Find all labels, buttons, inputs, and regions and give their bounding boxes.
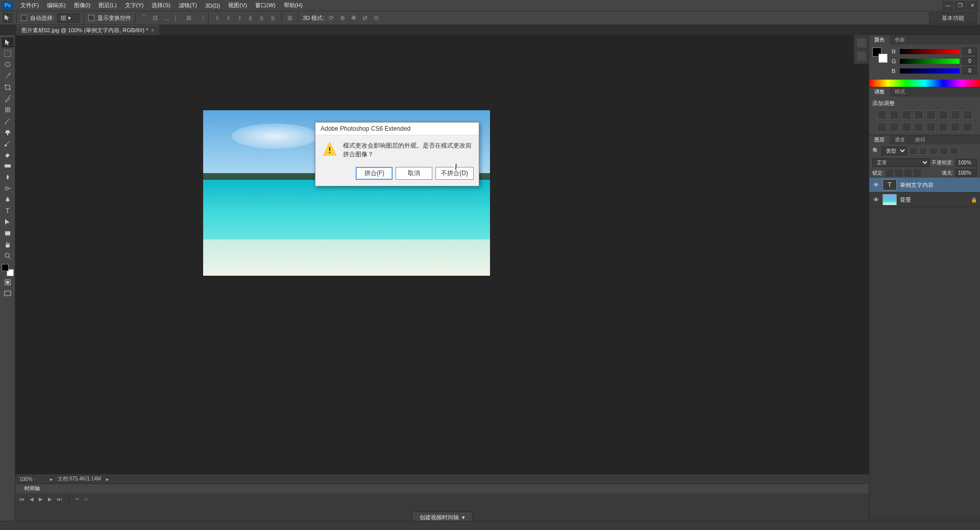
filter-type-icon[interactable] bbox=[929, 148, 938, 155]
3d-zoom-icon[interactable]: ⊙ bbox=[372, 14, 380, 22]
color-preview[interactable] bbox=[872, 47, 888, 63]
menu-type[interactable]: 文字(Y) bbox=[121, 0, 148, 11]
photo-filter-icon[interactable] bbox=[877, 123, 887, 132]
menu-select[interactable]: 选择(S) bbox=[148, 0, 175, 11]
color-swatches[interactable] bbox=[2, 264, 14, 276]
move-tool[interactable] bbox=[2, 37, 14, 47]
layer-item[interactable]: 👁 T 举例文字内容 bbox=[869, 178, 980, 192]
fill-value[interactable]: 100% bbox=[955, 169, 977, 177]
layer-filter-dropdown[interactable]: 类型 bbox=[881, 147, 907, 155]
brightness-contrast-icon[interactable] bbox=[877, 110, 887, 119]
menu-layer[interactable]: 图层(L) bbox=[94, 0, 120, 11]
timeline-transition-icon[interactable]: ▱ bbox=[84, 496, 88, 502]
g-slider[interactable] bbox=[900, 59, 960, 64]
filter-adjustment-icon[interactable] bbox=[919, 148, 927, 155]
opacity-value[interactable]: 100% bbox=[955, 159, 977, 166]
timeline-first-frame-icon[interactable]: ⏮ bbox=[19, 496, 24, 502]
tab-layers[interactable]: 图层 bbox=[869, 135, 890, 144]
exposure-icon[interactable] bbox=[914, 110, 923, 119]
3d-pan-icon[interactable]: ✥ bbox=[350, 14, 358, 22]
foreground-color[interactable] bbox=[2, 264, 9, 271]
rectangle-tool[interactable] bbox=[2, 228, 14, 238]
lock-transparency-icon[interactable] bbox=[886, 170, 893, 177]
brush-tool[interactable] bbox=[2, 116, 14, 126]
distribute-top-icon[interactable]: ⫴ bbox=[213, 14, 221, 22]
align-left-icon[interactable]: ⎸ bbox=[174, 14, 182, 22]
align-hcenter-icon[interactable]: ⊞ bbox=[185, 14, 193, 22]
menu-window[interactable]: 窗口(W) bbox=[251, 0, 280, 11]
history-panel-icon[interactable] bbox=[857, 38, 866, 47]
timeline-last-frame-icon[interactable]: ⏭ bbox=[57, 496, 62, 502]
color-spectrum[interactable] bbox=[869, 80, 980, 87]
tab-swatches[interactable]: 色板 bbox=[890, 35, 910, 44]
pen-tool[interactable] bbox=[2, 195, 14, 205]
3d-slide-icon[interactable]: ⇄ bbox=[361, 14, 369, 22]
tab-channels[interactable]: 通道 bbox=[890, 135, 910, 144]
background-swatch[interactable] bbox=[878, 54, 888, 63]
menu-file[interactable]: 文件(F) bbox=[16, 0, 43, 11]
menu-edit[interactable]: 编辑(E) bbox=[43, 0, 70, 11]
threshold-icon[interactable] bbox=[939, 123, 948, 132]
dodge-tool[interactable] bbox=[2, 183, 14, 194]
b-slider[interactable] bbox=[900, 68, 960, 74]
curves-icon[interactable] bbox=[902, 110, 911, 119]
canvas-viewport[interactable]: Adobe Photoshop CS6 Extended ! 模式更改会影响图层… bbox=[15, 35, 869, 474]
type-tool[interactable]: T bbox=[2, 206, 14, 216]
document-tab[interactable]: 图片素材02.jpg @ 100% (举例文字内容, RGB/8#) * × bbox=[16, 25, 159, 35]
vibrance-icon[interactable] bbox=[926, 110, 936, 119]
r-slider[interactable] bbox=[900, 49, 960, 54]
distribute-vcenter-icon[interactable]: ⫴ bbox=[224, 14, 232, 22]
align-vcenter-icon[interactable]: ⊟ bbox=[151, 14, 159, 22]
filter-image-icon[interactable] bbox=[909, 148, 917, 155]
blur-tool[interactable] bbox=[2, 172, 14, 182]
tab-paths[interactable]: 路径 bbox=[910, 135, 930, 144]
properties-panel-icon[interactable] bbox=[857, 52, 866, 61]
distribute-left-icon[interactable]: ⫼ bbox=[247, 14, 255, 22]
layer-name[interactable]: 举例文字内容 bbox=[900, 181, 977, 189]
color-lookup-icon[interactable] bbox=[902, 123, 911, 132]
r-value[interactable]: 0 bbox=[963, 47, 977, 55]
layer-thumbnail[interactable]: T bbox=[883, 179, 897, 190]
filter-shape-icon[interactable] bbox=[940, 148, 948, 155]
black-white-icon[interactable] bbox=[963, 110, 972, 119]
auto-select-dropdown[interactable]: 组 ▾ bbox=[57, 13, 80, 23]
menu-image[interactable]: 图像(I) bbox=[70, 0, 94, 11]
auto-select-checkbox[interactable] bbox=[21, 15, 27, 21]
tab-styles[interactable]: 样式 bbox=[890, 87, 910, 97]
b-value[interactable]: 0 bbox=[963, 67, 977, 75]
3d-orbit-icon[interactable]: ⟳ bbox=[327, 14, 335, 22]
healing-brush-tool[interactable] bbox=[2, 105, 14, 115]
status-arrow-icon[interactable]: ▸ bbox=[106, 476, 109, 482]
crop-tool[interactable] bbox=[2, 82, 14, 92]
flatten-button[interactable]: 拼合(F) bbox=[356, 167, 393, 180]
maximize-button[interactable]: ❐ bbox=[954, 1, 966, 10]
zoom-tool[interactable] bbox=[2, 251, 14, 261]
hand-tool[interactable] bbox=[2, 239, 14, 250]
timeline-tab[interactable]: 时间轴 bbox=[19, 484, 45, 493]
3d-roll-icon[interactable]: ⊕ bbox=[338, 14, 347, 22]
zoom-level[interactable]: 100% bbox=[19, 476, 45, 482]
magic-wand-tool[interactable] bbox=[2, 71, 14, 81]
tab-adjustments[interactable]: 调整 bbox=[869, 87, 890, 97]
eraser-tool[interactable] bbox=[2, 150, 14, 160]
auto-align-icon[interactable]: ⊞ bbox=[286, 14, 294, 22]
timeline-next-frame-icon[interactable]: ▶ bbox=[48, 496, 52, 502]
layer-visibility-icon[interactable]: 👁 bbox=[872, 181, 879, 188]
lock-image-icon[interactable] bbox=[895, 170, 902, 177]
minimize-button[interactable]: — bbox=[942, 1, 953, 10]
timeline-play-icon[interactable]: ▶ bbox=[39, 496, 43, 502]
screen-mode-tool[interactable] bbox=[2, 288, 14, 299]
document-tab-close-icon[interactable]: × bbox=[151, 28, 154, 33]
quick-mask-tool[interactable] bbox=[2, 277, 14, 287]
lasso-tool[interactable] bbox=[2, 60, 14, 70]
workspace-selector[interactable]: 基本功能 bbox=[929, 12, 977, 24]
show-transform-checkbox[interactable] bbox=[88, 15, 94, 21]
color-balance-icon[interactable] bbox=[951, 110, 960, 119]
status-arrow-icon[interactable]: ▸ bbox=[50, 476, 53, 482]
menu-help[interactable]: 帮助(H) bbox=[280, 0, 307, 11]
layer-thumbnail[interactable] bbox=[883, 194, 897, 205]
align-top-icon[interactable]: ⎴ bbox=[140, 14, 148, 22]
hue-saturation-icon[interactable] bbox=[939, 110, 948, 119]
layer-visibility-icon[interactable]: 👁 bbox=[872, 196, 879, 203]
close-button[interactable]: ✕ bbox=[967, 1, 978, 10]
